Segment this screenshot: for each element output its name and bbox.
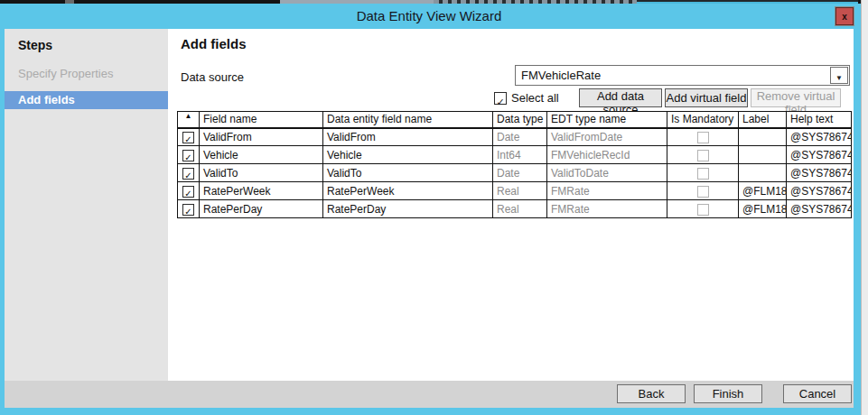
mandatory-checkbox[interactable] xyxy=(697,204,709,216)
check-icon: ✓ xyxy=(184,189,191,198)
cell-label[interactable] xyxy=(739,128,787,146)
steps-sidebar: Steps Specify Properties Add fields xyxy=(5,29,168,381)
column-header-data-entity-field-name[interactable]: Data entity field name xyxy=(323,112,493,128)
add-data-source-button[interactable]: Add data source xyxy=(579,88,662,107)
cell-help-text[interactable]: @SYS78674 xyxy=(787,128,852,146)
chevron-down-icon[interactable]: ▼ xyxy=(830,67,848,84)
cell-label[interactable] xyxy=(739,146,787,164)
table-row: ✓ValidFromValidFromDateValidFromDate@SYS… xyxy=(178,128,852,146)
cell-is-mandatory[interactable] xyxy=(667,164,739,182)
row-checkbox[interactable]: ✓ xyxy=(182,186,194,198)
close-icon: x xyxy=(842,12,847,22)
cell-data-entity-field-name[interactable]: ValidTo xyxy=(323,164,493,182)
titlebar[interactable]: Data Entity View Wizard x xyxy=(5,4,854,29)
footer-bar: Back Finish Cancel xyxy=(5,381,854,408)
check-icon: ✓ xyxy=(184,207,191,217)
column-header-edt-type-name[interactable]: EDT type name xyxy=(547,112,667,128)
row-checkbox[interactable]: ✓ xyxy=(182,150,194,161)
select-all-label: Select all xyxy=(511,91,559,105)
column-header-is-mandatory[interactable]: Is Mandatory xyxy=(667,112,739,128)
sidebar-item-add-fields[interactable]: Add fields xyxy=(5,91,168,109)
cell-field-name[interactable]: Vehicle xyxy=(200,146,323,164)
table-row: ✓VehicleVehicleInt64FMVehicleRecId@SYS78… xyxy=(178,146,852,164)
main-panel: Add fields Data source FMVehicleRate ▼ ✓… xyxy=(168,29,854,381)
row-checkbox[interactable]: ✓ xyxy=(182,204,194,216)
cell-field-name[interactable]: ValidTo xyxy=(200,164,323,182)
row-checkbox[interactable]: ✓ xyxy=(182,132,194,143)
cell-label[interactable] xyxy=(739,164,787,182)
page: Data Entity View Wizard x Steps Specify … xyxy=(0,0,868,415)
select-all-control[interactable]: ✓Select all xyxy=(494,89,559,106)
data-source-dropdown[interactable]: FMVehicleRate ▼ xyxy=(515,65,850,86)
sort-column-header[interactable]: ▲ xyxy=(178,112,200,128)
table-row: ✓RatePerDayRatePerDayRealFMRate@FLM188@S… xyxy=(178,200,852,218)
cell-label[interactable]: @FLM189 xyxy=(739,182,787,200)
cancel-button[interactable]: Cancel xyxy=(783,384,852,403)
fields-table: ▲ Field name Data entity field name Data… xyxy=(177,111,852,218)
wizard-dialog: Data Entity View Wizard x Steps Specify … xyxy=(0,4,861,415)
row-select-cell[interactable]: ✓ xyxy=(178,128,200,146)
cell-label[interactable]: @FLM188 xyxy=(739,200,787,218)
cell-data-type: Int64 xyxy=(493,146,547,164)
cell-is-mandatory[interactable] xyxy=(667,146,739,164)
cell-data-entity-field-name[interactable]: RatePerDay xyxy=(323,200,493,218)
check-icon: ✓ xyxy=(184,134,191,144)
close-button[interactable]: x xyxy=(835,7,854,25)
sidebar-item-specify-properties[interactable]: Specify Properties xyxy=(5,65,168,83)
cell-data-entity-field-name[interactable]: Vehicle xyxy=(323,146,493,164)
cell-is-mandatory[interactable] xyxy=(667,200,739,218)
column-header-help-text[interactable]: Help text xyxy=(787,112,852,128)
cell-edt-type-name: ValidToDate xyxy=(547,164,667,182)
table-header-row: ▲ Field name Data entity field name Data… xyxy=(178,112,852,128)
mandatory-checkbox[interactable] xyxy=(697,132,709,143)
mandatory-checkbox[interactable] xyxy=(697,168,709,180)
steps-header: Steps xyxy=(18,38,52,52)
cell-data-entity-field-name[interactable]: RatePerWeek xyxy=(323,182,493,200)
select-all-checkbox[interactable]: ✓ xyxy=(494,92,507,105)
column-header-label[interactable]: Label xyxy=(739,112,787,128)
cell-edt-type-name: ValidFromDate xyxy=(547,128,667,146)
cell-is-mandatory[interactable] xyxy=(667,128,739,146)
check-icon: ✓ xyxy=(184,152,191,162)
cell-data-type: Date xyxy=(493,128,547,146)
cell-help-text[interactable]: @SYS78674 xyxy=(787,200,852,218)
row-select-cell[interactable]: ✓ xyxy=(178,182,200,200)
cell-field-name[interactable]: RatePerWeek xyxy=(200,182,323,200)
cell-is-mandatory[interactable] xyxy=(667,182,739,200)
remove-virtual-field-button[interactable]: Remove virtual field xyxy=(751,88,841,107)
cell-edt-type-name: FMRate xyxy=(547,200,667,218)
table-row: ✓ValidToValidToDateValidToDate@SYS78674 xyxy=(178,164,852,182)
cell-help-text[interactable]: @SYS78674 xyxy=(787,146,852,164)
column-header-field-name[interactable]: Field name xyxy=(200,112,323,128)
row-select-cell[interactable]: ✓ xyxy=(178,200,200,218)
row-select-cell[interactable]: ✓ xyxy=(178,164,200,182)
cell-data-entity-field-name[interactable]: ValidFrom xyxy=(323,128,493,146)
cell-field-name[interactable]: ValidFrom xyxy=(200,128,323,146)
finish-button[interactable]: Finish xyxy=(694,384,762,403)
back-button[interactable]: Back xyxy=(617,384,686,403)
cell-help-text[interactable]: @SYS78674 xyxy=(787,182,852,200)
window-title: Data Entity View Wizard xyxy=(357,4,502,29)
row-checkbox[interactable]: ✓ xyxy=(182,168,194,180)
data-source-label: Data source xyxy=(181,70,244,84)
fields-table-body: ✓ValidFromValidFromDateValidFromDate@SYS… xyxy=(178,128,852,218)
data-source-value: FMVehicleRate xyxy=(521,66,601,85)
cell-data-type: Date xyxy=(493,164,547,182)
row-select-cell[interactable]: ✓ xyxy=(178,146,200,164)
dialog-content: Steps Specify Properties Add fields Add … xyxy=(5,29,854,408)
cell-data-type: Real xyxy=(493,182,547,200)
cell-edt-type-name: FMVehicleRecId xyxy=(547,146,667,164)
add-virtual-field-button[interactable]: Add virtual field xyxy=(665,88,748,107)
mandatory-checkbox[interactable] xyxy=(697,150,709,161)
check-icon: ✓ xyxy=(496,97,504,107)
mandatory-checkbox[interactable] xyxy=(697,186,709,198)
cell-field-name[interactable]: RatePerDay xyxy=(200,200,323,218)
column-header-data-type[interactable]: Data type xyxy=(493,112,547,128)
table-row: ✓RatePerWeekRatePerWeekRealFMRate@FLM189… xyxy=(178,182,852,200)
cell-data-type: Real xyxy=(493,200,547,218)
sort-asc-icon: ▲ xyxy=(185,112,192,120)
check-icon: ✓ xyxy=(184,171,191,180)
desktop-background-right-edge xyxy=(861,0,868,415)
cell-help-text[interactable]: @SYS78674 xyxy=(787,164,852,182)
page-title: Add fields xyxy=(181,36,247,51)
